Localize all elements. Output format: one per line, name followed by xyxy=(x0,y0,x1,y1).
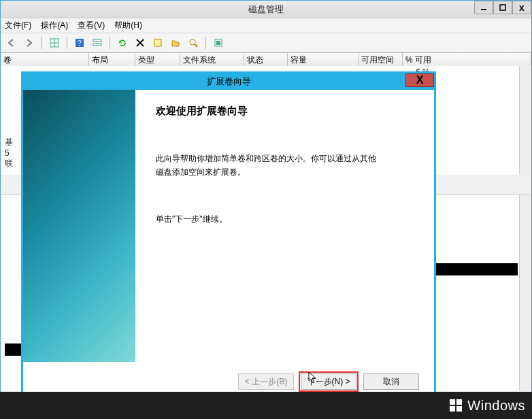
svg-rect-16 xyxy=(450,406,455,412)
menu-view[interactable]: 查看(V) xyxy=(78,20,105,31)
wizard-content: 欢迎使用扩展卷向导 此向导帮助你增加简单卷和跨区卷的大小。你可以通过从其他 磁盘… xyxy=(135,90,434,362)
window-title: 磁盘管理 xyxy=(1,3,531,16)
back-button: < 上一步(B) xyxy=(238,373,294,390)
svg-point-10 xyxy=(190,39,195,45)
next-button[interactable]: 下一步(N) > xyxy=(301,373,356,390)
forward-icon[interactable] xyxy=(22,36,36,50)
svg-rect-8 xyxy=(93,44,101,46)
grid-icon[interactable] xyxy=(48,36,61,50)
refresh-icon[interactable] xyxy=(116,36,129,50)
scrollbar-upper[interactable] xyxy=(519,66,531,175)
svg-rect-7 xyxy=(93,39,101,41)
svg-rect-1 xyxy=(500,5,505,10)
maximize-button[interactable] xyxy=(493,1,512,14)
properties-icon[interactable] xyxy=(151,36,165,50)
cancel-button[interactable]: 取消 xyxy=(363,373,419,390)
taskbar-os-text: Windows xyxy=(467,398,525,414)
volume-table-header: 卷 布局 类型 文件系统 状态 容量 可用空间 % 可用 xyxy=(1,52,531,66)
svg-rect-15 xyxy=(456,399,462,405)
menubar: 文件(F) 操作(A) 查看(V) 帮助(H) xyxy=(1,18,531,33)
back-icon[interactable] xyxy=(5,36,18,50)
svg-text:?: ? xyxy=(78,39,82,47)
svg-rect-9 xyxy=(154,39,161,46)
svg-line-11 xyxy=(195,44,197,47)
close-button[interactable]: x xyxy=(512,1,531,14)
wizard-titlebar: 扩展卷向导 X xyxy=(23,73,434,90)
wizard-description: 此向导帮助你增加简单卷和跨区卷的大小。你可以通过从其他 磁盘添加空间来扩展卷。 xyxy=(156,152,420,180)
svg-rect-14 xyxy=(450,399,455,405)
toolbar: ? xyxy=(1,33,531,52)
windows-logo-icon xyxy=(450,399,462,412)
settings-icon[interactable] xyxy=(212,36,225,50)
titlebar: 磁盘管理 x xyxy=(1,1,531,18)
wizard-close-button[interactable]: X xyxy=(405,73,434,87)
wizard-title-text: 扩展卷向导 xyxy=(207,76,251,88)
svg-rect-13 xyxy=(216,41,220,45)
svg-rect-17 xyxy=(456,406,462,412)
unallocated-legend xyxy=(5,343,22,356)
extend-volume-wizard: 扩展卷向导 X 欢迎使用扩展卷向导 此向导帮助你增加简单卷和跨区卷的大小。你可以… xyxy=(21,71,436,405)
menu-action[interactable]: 操作(A) xyxy=(41,20,68,31)
unallocated-strip-1 xyxy=(436,263,518,275)
wizard-heading: 欢迎使用扩展卷向导 xyxy=(156,105,420,118)
help-icon[interactable]: ? xyxy=(73,36,86,50)
disk-label-1: 基 5 联 xyxy=(5,137,13,169)
delete-icon[interactable] xyxy=(133,36,147,50)
search-icon[interactable] xyxy=(186,36,200,50)
minimize-button[interactable] xyxy=(474,1,493,14)
list-icon[interactable] xyxy=(90,36,104,50)
wizard-instruction: 单击"下一步"继续。 xyxy=(156,212,420,226)
taskbar: Windows xyxy=(0,392,532,419)
menu-help[interactable]: 帮助(H) xyxy=(114,20,142,31)
wizard-sidebar-art xyxy=(23,90,135,362)
folder-icon[interactable] xyxy=(169,36,182,50)
scrollbar-lower[interactable] xyxy=(519,195,531,391)
menu-file[interactable]: 文件(F) xyxy=(5,20,31,31)
